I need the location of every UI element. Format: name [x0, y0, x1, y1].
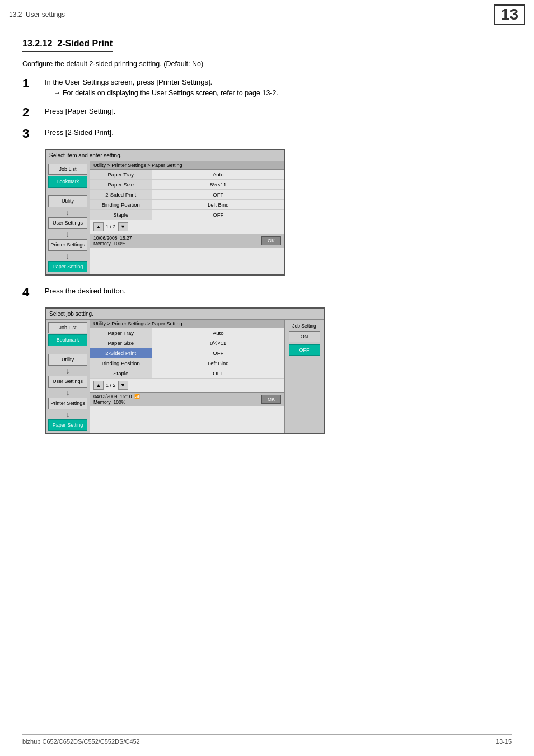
- screen1-cell-value-0: Auto: [152, 170, 284, 180]
- job-on-btn[interactable]: ON: [289, 331, 320, 342]
- step-3: 3 Press [2-Sided Print].: [22, 127, 512, 141]
- screen2-dot1: ↓: [66, 367, 70, 375]
- screen2-topbar: Select job setting.: [46, 309, 324, 320]
- screen2-paper-setting-btn[interactable]: Paper Setting: [48, 419, 87, 431]
- step-1-content: In the User Settings screen, press [Prin…: [45, 77, 278, 98]
- footer-left: bizhub C652/C652DS/C552/C552DS/C452: [22, 738, 140, 745]
- screen2-dot3: ↓: [66, 410, 70, 418]
- screen2-container: Select job setting. Job List Bookmark Ut…: [45, 307, 512, 435]
- screen1-row-2[interactable]: 2-Sided Print OFF: [90, 189, 284, 199]
- steps-container: 1 In the User Settings screen, press [Pr…: [22, 77, 512, 434]
- screen2-cell-value-3: Left Bind: [152, 358, 284, 368]
- screen2-page-text: 1 / 2: [106, 382, 116, 388]
- step-2: 2 Press [Paper Setting].: [22, 106, 512, 119]
- page-header: 13.2 User settings 13: [0, 0, 534, 27]
- header-chapter-number: 13: [494, 4, 525, 25]
- screen2-ok-btn[interactable]: OK: [261, 395, 281, 404]
- screen2-cell-label-1: Paper Size: [90, 338, 152, 348]
- main-content: 13.2.12 2-Sided Print Configure the defa…: [0, 27, 534, 466]
- step-1: 1 In the User Settings screen, press [Pr…: [22, 77, 512, 98]
- screen2-job-list-btn[interactable]: Job List: [48, 322, 87, 334]
- screen2-table: Paper Tray Auto Paper Size 8½×11 2-Sided…: [90, 328, 284, 379]
- section-heading: 2-Sided Print: [57, 39, 113, 48]
- screen2-cell-value-1: 8½×11: [152, 338, 284, 348]
- job-off-btn[interactable]: OFF: [289, 344, 320, 356]
- section-title: 13.2.12 2-Sided Print: [22, 39, 113, 52]
- screen2-pagination: ▲ 1 / 2 ▼: [90, 379, 284, 392]
- step-1-text: In the User Settings screen, press [Prin…: [45, 77, 278, 88]
- screen2-cell-label-2: 2-Sided Print: [90, 348, 152, 358]
- screen1-dot1: ↓: [66, 208, 70, 216]
- screen2-dot2: ↓: [66, 389, 70, 396]
- step-2-content: Press [Paper Setting].: [45, 106, 115, 117]
- job-setting-panel: Job Setting ON OFF: [284, 320, 324, 433]
- step-2-number: 2: [22, 106, 45, 119]
- screen2-cell-label-0: Paper Tray: [90, 328, 152, 338]
- screen1-date: 10/06/2008: [93, 235, 118, 241]
- job-setting-label: Job Setting: [292, 323, 316, 329]
- screen1-breadcrumb: Utility > Printer Settings > Paper Setti…: [90, 161, 284, 170]
- screen1-main: Utility > Printer Settings > Paper Setti…: [90, 161, 284, 275]
- screen2-page-down-btn[interactable]: ▼: [118, 381, 128, 390]
- screen1-mockup: Select item and enter setting. Job List …: [45, 149, 285, 276]
- screen1-cell-value-2: OFF: [152, 189, 284, 199]
- screen1-table: Paper Tray Auto Paper Size 8½×11 2-Sided…: [90, 170, 284, 220]
- screen2-page-up-btn[interactable]: ▲: [93, 381, 104, 390]
- screen1-printer-settings-btn[interactable]: Printer Settings: [48, 239, 87, 251]
- screen2-mockup: Select job setting. Job List Bookmark Ut…: [45, 307, 325, 435]
- screen1-cell-value-1: 8½×11: [152, 179, 284, 189]
- step-4-number: 4: [22, 286, 45, 299]
- screen1-cell-label-3: Binding Position: [90, 199, 152, 209]
- screen1-footer-info: 10/06/2008 15:27 Memory 100%: [93, 235, 132, 246]
- section-description: Configure the default 2-sided printing s…: [22, 60, 512, 68]
- page-footer: bizhub C652/C652DS/C552/C552DS/C452 13-1…: [22, 734, 512, 745]
- screen2-row-4[interactable]: Staple OFF: [90, 368, 284, 378]
- screen1-row-4[interactable]: Staple OFF: [90, 209, 284, 220]
- screen2-row-3[interactable]: Binding Position Left Bind: [90, 358, 284, 368]
- screen1-mem-val: 100%: [113, 241, 125, 246]
- step-2-text: Press [Paper Setting].: [45, 106, 115, 117]
- step-4-text: Press the desired button.: [45, 286, 126, 297]
- screen1-cell-label-0: Paper Tray: [90, 170, 152, 180]
- screen1-ok-btn[interactable]: OK: [261, 236, 281, 245]
- screen2-wireless-icon: 📶: [134, 394, 140, 399]
- screen1-page-down-btn[interactable]: ▼: [118, 222, 128, 231]
- screen2-row-0[interactable]: Paper Tray Auto: [90, 328, 284, 338]
- screen2-printer-settings-btn[interactable]: Printer Settings: [48, 398, 87, 409]
- screen1-row-1[interactable]: Paper Size 8½×11: [90, 179, 284, 189]
- step-4-content: Press the desired button.: [45, 286, 126, 297]
- screen1-bookmark-btn[interactable]: Bookmark: [48, 176, 87, 188]
- screen1-row-0[interactable]: Paper Tray Auto: [90, 170, 284, 180]
- screen1-dot3: ↓: [66, 252, 70, 260]
- screen1-paper-setting-btn[interactable]: Paper Setting: [48, 261, 87, 273]
- screen1-utility-btn[interactable]: Utility: [48, 195, 87, 207]
- screen2-cell-value-0: Auto: [152, 328, 284, 338]
- screen2-time: 15:10: [120, 394, 132, 399]
- footer-right: 13-15: [496, 738, 512, 745]
- screen2-cell-label-3: Binding Position: [90, 358, 152, 368]
- screen2-bookmark-btn[interactable]: Bookmark: [48, 334, 87, 346]
- header-section-number: 13.2: [9, 11, 22, 18]
- screen1-container: Select item and enter setting. Job List …: [45, 149, 512, 276]
- screen1-footer: 10/06/2008 15:27 Memory 100% OK: [90, 234, 284, 248]
- screen1-user-settings-btn[interactable]: User Settings: [48, 217, 87, 229]
- screen1-job-list-btn[interactable]: Job List: [48, 164, 87, 175]
- screen2-row-2[interactable]: 2-Sided Print OFF: [90, 348, 284, 358]
- screen2-breadcrumb: Utility > Printer Settings > Paper Setti…: [90, 320, 284, 328]
- screen2-user-settings-btn[interactable]: User Settings: [48, 376, 87, 388]
- screen2-utility-btn[interactable]: Utility: [48, 354, 87, 366]
- screen2-row-1[interactable]: Paper Size 8½×11: [90, 338, 284, 348]
- screen1-cell-value-3: Left Bind: [152, 199, 284, 209]
- screen1-cell-label-4: Staple: [90, 209, 152, 220]
- screen1-row-3[interactable]: Binding Position Left Bind: [90, 199, 284, 209]
- screen1-page-up-btn[interactable]: ▲: [93, 222, 104, 231]
- header-section-text: User settings: [26, 11, 65, 18]
- step-3-text: Press [2-Sided Print].: [45, 127, 114, 138]
- screen1-dot2: ↓: [66, 230, 70, 238]
- screen2-mem-label: Memory: [93, 399, 111, 405]
- screen2-footer-info: 04/13/2009 15:10 📶 Memory 100%: [93, 394, 140, 405]
- screen1-body: Job List Bookmark Utility ↓ User Setting…: [46, 161, 284, 275]
- screen1-sidebar: Job List Bookmark Utility ↓ User Setting…: [46, 161, 90, 275]
- screen2-mem-val: 100%: [113, 399, 125, 405]
- screen1-mem-label: Memory: [93, 241, 111, 246]
